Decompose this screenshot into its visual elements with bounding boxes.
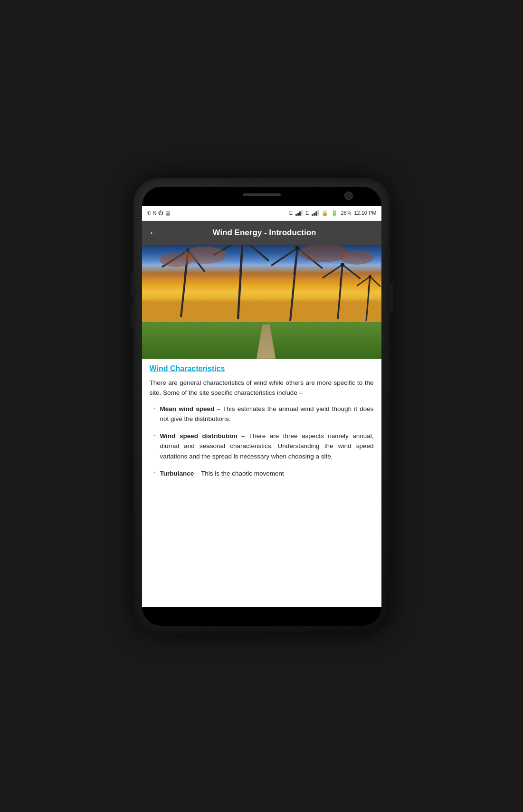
bullet-text-1: Mean wind speed – This estimates the ann… [160,404,374,424]
bullet-dot-3: · [150,468,160,477]
bar4b [317,210,319,216]
status-right-info: E E 🔒 🔋 28 [289,210,377,216]
text-content: Wind Characteristics There are general c… [142,359,381,491]
phone-device: ✆ N ⏻ ▤ E E [133,178,390,634]
bullet-dot-2: · [150,431,160,439]
svg-line-11 [271,248,297,266]
app-bar-title: Wind Energy - Introduction [166,228,363,238]
bar1 [295,214,297,216]
list-item: · Mean wind speed – This estimates the a… [150,404,374,424]
battery-percent: 28% [341,210,351,216]
power-button[interactable] [390,283,393,311]
svg-point-14 [295,246,299,250]
bullet-text-3: Turbulance – This is the chaotic movemen… [160,468,374,479]
svg-line-16 [323,265,342,278]
volume-up-button[interactable] [131,273,133,297]
svg-line-7 [243,245,269,261]
bullet-definition-3: – This is the chaotic movement [196,470,284,477]
status-bar: ✆ N ⏻ ▤ E E [142,206,381,221]
signal-bars-2 [312,210,319,216]
bar2b [314,213,315,216]
bar1b [312,214,313,216]
svg-point-19 [341,263,344,267]
bar3b [315,211,317,216]
document-icon: ▤ [165,210,170,216]
bar2 [297,213,299,216]
svg-line-17 [342,265,361,279]
svg-line-22 [370,277,380,287]
bullet-term-3: Turbulance [160,470,194,477]
svg-point-24 [369,275,371,278]
list-item: · Wind speed distribution – There are th… [150,431,374,462]
bullet-term-1: Mean wind speed [160,405,215,412]
bullet-list: · Mean wind speed – This estimates the a… [150,404,374,479]
hero-image [142,245,381,359]
list-item: · Turbulance – This is the chaotic movem… [150,468,374,479]
bar4 [301,210,303,216]
content-area[interactable]: Wind Characteristics There are general c… [142,245,381,607]
bullet-text-2: Wind speed distribution – There are thre… [160,431,374,462]
app-bar: ← Wind Energy - Introduction [142,221,381,245]
signal-bars-1 [295,210,303,216]
svg-point-27 [300,245,347,263]
bullet-dot-1: · [150,404,160,412]
svg-point-28 [340,250,373,265]
intro-paragraph: There are general characteristics of win… [150,378,374,398]
svg-point-26 [183,247,226,264]
time-display: 12:10 PM [354,210,376,216]
lock-icon: 🔒 [322,210,328,216]
status-left-icons: ✆ N ⏻ ▤ [147,210,171,216]
network1-label: E [289,210,293,216]
notification-icon: N [153,210,157,216]
bar3 [299,211,301,216]
network2-label: E [305,210,309,216]
battery-icon: 🔋 [331,210,338,216]
power-icon: ⏻ [158,210,163,216]
bullet-term-2: Wind speed distribution [160,432,238,439]
turbines-svg [142,245,381,327]
back-button[interactable]: ← [149,227,159,239]
section-heading: Wind Characteristics [150,364,374,373]
phone-icon: ✆ [147,210,151,216]
screen: ✆ N ⏻ ▤ E E [142,206,381,607]
phone-screen-container: ✆ N ⏻ ▤ E E [142,187,381,626]
volume-down-button[interactable] [131,304,133,328]
